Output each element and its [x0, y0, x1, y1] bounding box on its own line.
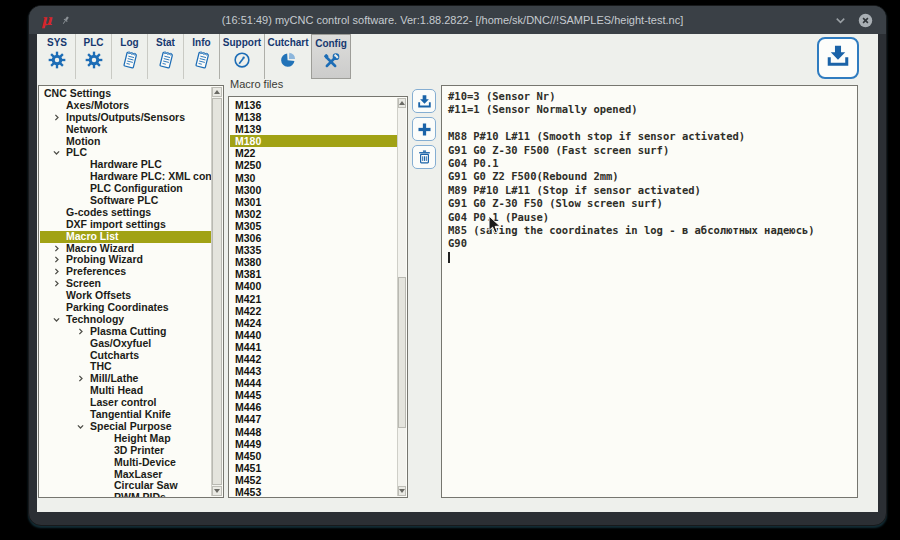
macro-file-item-m446[interactable]: M446 [230, 401, 398, 413]
chevron-down-icon[interactable] [52, 315, 62, 325]
sidebar-item-plc-configuration[interactable]: PLC Configuration [40, 183, 212, 195]
sidebar-item-special-purpose[interactable]: Special Purpose [40, 421, 212, 433]
macro-file-item-m302[interactable]: M302 [230, 208, 398, 220]
tab-stat[interactable]: Stat [147, 34, 183, 79]
tab-info[interactable]: Info [183, 34, 219, 79]
tab-sys[interactable]: SYS [39, 34, 75, 79]
sidebar-item-axes-motors[interactable]: Axes/Motors [40, 100, 212, 112]
close-button[interactable] [857, 12, 874, 29]
macro-file-item-m139[interactable]: M139 [230, 123, 398, 135]
sidebar-item-thc[interactable]: THC [40, 361, 212, 373]
sidebar-item-multi-head[interactable]: Multi Head [40, 385, 212, 397]
macro-file-item-m451[interactable]: M451 [230, 462, 398, 474]
sidebar-item-plasma-cutting[interactable]: Plasma Cutting [40, 326, 212, 338]
macro-file-item-m301[interactable]: M301 [230, 196, 398, 208]
macro-file-item-m138[interactable]: M138 [230, 111, 398, 123]
macro-list-scrollbar-thumb[interactable] [398, 277, 406, 428]
macro-file-item-m335[interactable]: M335 [230, 244, 398, 256]
sidebar-item-macro-wizard[interactable]: Macro Wizard [40, 243, 212, 255]
macro-file-item-m422[interactable]: M422 [230, 305, 398, 317]
sidebar-item-inputs-outputs-sensors[interactable]: Inputs/Outputs/Sensors [40, 112, 212, 124]
tree-scrollbar[interactable] [211, 87, 222, 496]
macro-file-item-m136[interactable]: M136 [230, 99, 398, 111]
tab-config[interactable]: Config [311, 34, 351, 79]
tab-log[interactable]: Log [111, 34, 147, 79]
macro-file-item-m450[interactable]: M450 [230, 450, 398, 462]
delete-macro-button[interactable] [412, 145, 436, 169]
sidebar-item-technology[interactable]: Technology [40, 314, 212, 326]
sidebar-item-network[interactable]: Network [40, 124, 212, 136]
sidebar-item-hardware-plc-xml-configs[interactable]: Hardware PLC: XML configs [40, 171, 212, 183]
sidebar-item-macro-list[interactable]: Macro List [40, 231, 212, 243]
macro-file-item-m444[interactable]: M444 [230, 377, 398, 389]
macro-file-item-m447[interactable]: M447 [230, 413, 398, 425]
macro-list-scrollbar[interactable] [397, 98, 406, 496]
macro-file-item-m424[interactable]: M424 [230, 317, 398, 329]
macro-file-item-m380[interactable]: M380 [230, 256, 398, 268]
sidebar-item-height-map[interactable]: Height Map [40, 433, 212, 445]
macro-editor[interactable]: #10=3 (Sensor Nr)#11=1 (Sensor Normally … [442, 86, 857, 497]
chevron-right-icon[interactable] [52, 244, 62, 254]
sidebar-item-circular-saw[interactable]: Circular Saw [40, 480, 212, 492]
scroll-up-icon[interactable] [398, 98, 406, 108]
chevron-down-icon[interactable] [52, 148, 62, 158]
sidebar-item-plc[interactable]: PLC [40, 147, 212, 159]
macro-file-item-m30[interactable]: M30 [230, 172, 398, 184]
scroll-up-icon[interactable] [212, 87, 222, 97]
sidebar-item-dxf-import-settings[interactable]: DXF import settings [40, 219, 212, 231]
chevron-right-icon[interactable] [52, 279, 62, 289]
sidebar-item-tangential-knife[interactable]: Tangential Knife [40, 409, 212, 421]
macro-file-item-m421[interactable]: M421 [230, 293, 398, 305]
macro-file-item-m305[interactable]: M305 [230, 220, 398, 232]
chevron-right-icon[interactable] [76, 374, 86, 384]
macro-file-item-m250[interactable]: M250 [230, 159, 398, 171]
sidebar-item-motion[interactable]: Motion [40, 136, 212, 148]
sidebar-item-work-offsets[interactable]: Work Offsets [40, 290, 212, 302]
sidebar-item-software-plc[interactable]: Software PLC [40, 195, 212, 207]
tab-cutchart[interactable]: Cutchart [264, 34, 311, 79]
chevron-right-icon[interactable] [52, 267, 62, 277]
sidebar-item-gas-oxyfuel[interactable]: Gas/Oxyfuel [40, 338, 212, 350]
chevron-down-icon[interactable] [76, 422, 86, 432]
add-macro-button[interactable] [412, 117, 436, 141]
macro-file-item-m306[interactable]: M306 [230, 232, 398, 244]
macro-file-item-m441[interactable]: M441 [230, 341, 398, 353]
macro-file-item-m180[interactable]: M180 [230, 135, 398, 147]
save-config-button[interactable] [817, 37, 859, 79]
tab-plc[interactable]: PLC [75, 34, 111, 79]
macro-file-item-m443[interactable]: M443 [230, 365, 398, 377]
save-macro-button[interactable] [412, 89, 436, 113]
sidebar-item-maxlaser[interactable]: MaxLaser [40, 469, 212, 481]
sidebar-item-mill-lathe[interactable]: Mill/Lathe [40, 373, 212, 385]
sidebar-item-parking-coordinates[interactable]: Parking Coordinates [40, 302, 212, 314]
sidebar-item-preferences[interactable]: Preferences [40, 266, 212, 278]
scroll-down-icon[interactable] [398, 486, 406, 496]
macro-file-item-m440[interactable]: M440 [230, 329, 398, 341]
sidebar-item-laser-control[interactable]: Laser control [40, 397, 212, 409]
sidebar-item-hardware-plc[interactable]: Hardware PLC [40, 159, 212, 171]
macro-file-item-m445[interactable]: M445 [230, 389, 398, 401]
macro-file-item-m448[interactable]: M448 [230, 426, 398, 438]
macro-file-item-m381[interactable]: M381 [230, 268, 398, 280]
macro-file-item-m449[interactable]: M449 [230, 438, 398, 450]
sidebar-item-multi-device[interactable]: Multi-Device [40, 457, 212, 469]
scroll-down-icon[interactable] [212, 486, 222, 496]
chevron-right-icon[interactable] [52, 113, 62, 123]
chevron-right-icon[interactable] [52, 255, 62, 265]
sidebar-item-cutcharts[interactable]: Cutcharts [40, 350, 212, 362]
macro-file-item-m22[interactable]: M22 [230, 147, 398, 159]
macro-file-item-m300[interactable]: M300 [230, 184, 398, 196]
macro-file-item-m442[interactable]: M442 [230, 353, 398, 365]
sidebar-item-cnc-settings[interactable]: CNC Settings [40, 88, 212, 100]
sidebar-item-screen[interactable]: Screen [40, 278, 212, 290]
sidebar-item-3d-printer[interactable]: 3D Printer [40, 445, 212, 457]
sidebar-item-pwm-pids[interactable]: PWM PIDs [40, 492, 212, 498]
pin-icon[interactable] [59, 14, 72, 27]
sidebar-item-probing-wizard[interactable]: Probing Wizard [40, 254, 212, 266]
macro-file-item-m453[interactable]: M453 [230, 486, 398, 498]
shade-button[interactable] [833, 13, 848, 28]
sidebar-item-g-codes-settings[interactable]: G-codes settings [40, 207, 212, 219]
tree-scrollbar-thumb[interactable] [212, 98, 222, 485]
chevron-right-icon[interactable] [76, 327, 86, 337]
macro-file-item-m400[interactable]: M400 [230, 280, 398, 292]
